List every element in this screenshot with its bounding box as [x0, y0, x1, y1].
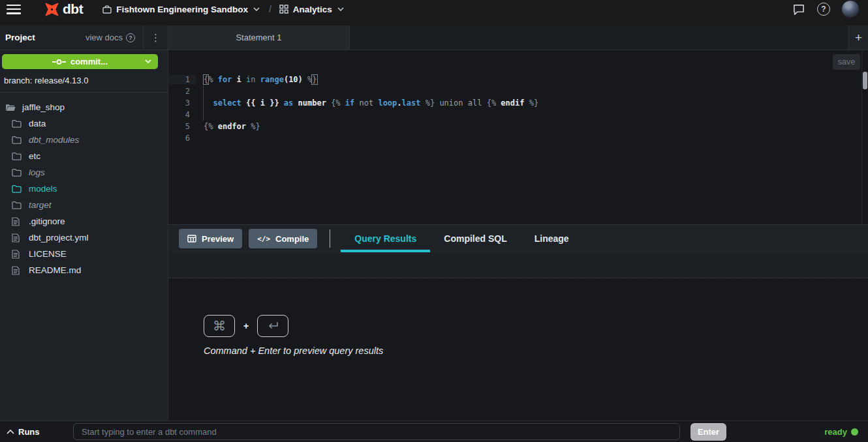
tree-item-label: etc [29, 151, 40, 161]
tree-item-logs[interactable]: logs [0, 164, 168, 181]
view-docs-link[interactable]: view docs ? [85, 33, 135, 42]
folder-icon [12, 184, 23, 193]
status-text: ready [824, 427, 847, 437]
indent-guide [203, 85, 204, 121]
status-indicator: ready [824, 421, 858, 442]
code-area[interactable]: 1{% for i in range(10) %}23 select {{ i … [168, 74, 861, 144]
tree-item-label: models [29, 184, 57, 194]
project-name: Fishtown Engineering Sandbox [116, 5, 248, 14]
compile-button[interactable]: </> Compile [249, 229, 317, 248]
panel-resize-band[interactable] [168, 252, 868, 278]
tree-item-dbt-modules[interactable]: dbt_modules [0, 132, 168, 148]
chevron-up-icon [7, 430, 14, 434]
folder-icon [12, 119, 23, 128]
tree-item-etc[interactable]: etc [0, 148, 168, 164]
line-number: 4 [168, 110, 196, 119]
dbt-logo: dbt [43, 1, 83, 18]
tree-item-data[interactable]: data [0, 115, 168, 132]
commit-button[interactable]: commit... [2, 54, 158, 69]
command-key-icon: ⌘ [204, 315, 235, 337]
file-icon [12, 233, 23, 243]
tree-item-dbt-project-yml[interactable]: dbt_project.yml [0, 229, 168, 246]
editor-scrollbar[interactable] [861, 50, 868, 224]
result-tabs: Query ResultsCompiled SQLLineage [341, 225, 582, 252]
code-line-5: 5{% endfor %} [168, 121, 861, 132]
tree-item-license[interactable]: LICENSE [0, 246, 168, 262]
folder-icon [12, 168, 23, 177]
project-selector[interactable]: Fishtown Engineering Sandbox [102, 5, 260, 14]
code-line-4: 4 [168, 109, 861, 121]
enter-button[interactable]: Enter [690, 423, 726, 441]
help-circle-icon: ? [126, 33, 135, 42]
environment-name: Analytics [293, 5, 332, 14]
tree-item-label: dbt_modules [29, 135, 79, 145]
help-icon[interactable]: ? [817, 3, 830, 16]
kebab-menu-icon[interactable]: ⋮ [144, 32, 168, 44]
dbt-ide-app: dbt Fishtown Engineering Sandbox / Analy… [0, 0, 868, 442]
runs-toggle[interactable]: Runs [7, 421, 40, 442]
briefcase-icon [102, 5, 112, 14]
plus-separator: + [243, 321, 249, 331]
enter-key-icon [257, 315, 288, 337]
tab-statement-1[interactable]: Statement 1 [168, 25, 350, 50]
top-bar: dbt Fishtown Engineering Sandbox / Analy… [0, 0, 868, 25]
preview-button[interactable]: Preview [179, 229, 242, 248]
tree-item-label: dbt_project.yml [29, 233, 89, 243]
save-button[interactable]: save [833, 54, 860, 70]
tree-item-jaffle-shop[interactable]: jaffle_shop [0, 99, 168, 115]
environment-selector[interactable]: Analytics [279, 5, 344, 14]
file-tree: jaffle_shopdatadbt_modulesetclogsmodelst… [0, 93, 168, 278]
code-line-6: 6 [168, 132, 861, 144]
user-avatar[interactable] [842, 1, 859, 18]
tree-item-target[interactable]: target [0, 197, 168, 213]
dbt-command-input[interactable] [73, 423, 680, 440]
grid-icon [279, 5, 288, 14]
results-panel-header: Preview </> Compile Query ResultsCompile… [168, 225, 868, 252]
chevron-down-icon [253, 7, 260, 11]
chevron-down-icon[interactable] [145, 59, 151, 63]
command-console-bar: Runs Enter ready [0, 420, 868, 442]
folder-icon [12, 136, 23, 144]
tree-item-label: target [29, 200, 52, 210]
git-commit-icon [52, 57, 66, 66]
code-line-1: 1{% for i in range(10) %} [168, 74, 861, 85]
tree-item--gitignore[interactable]: .gitignore [0, 213, 168, 229]
runs-label: Runs [18, 427, 40, 437]
dbt-logo-mark-icon [43, 1, 61, 18]
tree-item-label: jaffle_shop [22, 102, 65, 112]
sidebar-header: Project view docs ? ⋮ [0, 25, 168, 50]
empty-state-hint: Command + Enter to preview query results [204, 346, 383, 356]
new-tab-button[interactable]: + [848, 25, 868, 50]
file-icon [12, 250, 23, 259]
chevron-down-icon [337, 7, 344, 11]
tab-lineage[interactable]: Lineage [521, 225, 583, 252]
line-number: 1 [168, 75, 196, 84]
chat-icon[interactable] [792, 3, 805, 16]
file-icon [12, 266, 23, 275]
hamburger-menu-icon[interactable] [7, 5, 21, 14]
file-icon [12, 217, 23, 226]
file-explorer-sidebar: Project view docs ? ⋮ commit... branch: … [0, 25, 168, 420]
divider [330, 229, 330, 248]
commit-button-label: commit... [70, 57, 108, 66]
folder-icon [12, 152, 23, 160]
code-line-3: 3 select {{ i }} as number {% if not loo… [168, 97, 861, 109]
branch-label: branch: release/4.13.0 [0, 69, 168, 85]
code-editor[interactable]: save 1{% for i in range(10) %}23 select … [168, 50, 868, 225]
line-number: 5 [168, 122, 196, 131]
tree-item-models[interactable]: models [0, 181, 168, 197]
tree-item-readme-md[interactable]: README.md [0, 262, 168, 278]
scrollbar-thumb[interactable] [863, 72, 867, 89]
status-dot-icon [851, 428, 858, 435]
code-icon: </> [257, 235, 270, 243]
tab-compiled-sql[interactable]: Compiled SQL [430, 225, 520, 252]
dbt-logo-text: dbt [63, 1, 83, 17]
query-results-panel: ⌘ + Command + Enter to preview query res… [168, 278, 868, 420]
tree-item-label: .gitignore [29, 216, 65, 226]
table-icon [187, 235, 196, 243]
tree-item-label: logs [29, 168, 45, 177]
tree-item-label: LICENSE [29, 249, 67, 259]
tab-query-results[interactable]: Query Results [341, 225, 430, 252]
breadcrumb-separator: / [269, 4, 271, 14]
shortcut-keys: ⌘ + [204, 315, 288, 337]
